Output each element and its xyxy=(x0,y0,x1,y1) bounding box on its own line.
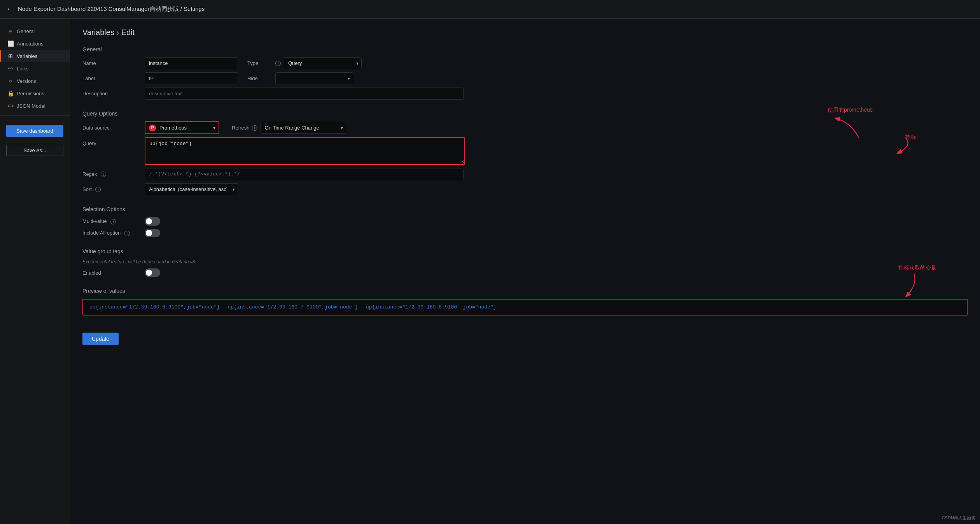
preview-title: Preview of values xyxy=(82,288,968,294)
type-select[interactable]: Query Custom Text box Constant Data sour… xyxy=(284,57,362,69)
general-section: General Name Type i Query Custom Text bo… xyxy=(82,46,968,100)
query-options-title: Query Options xyxy=(82,110,968,117)
include-all-info-icon: i xyxy=(124,231,130,236)
include-all-label: Include All option i xyxy=(82,230,145,236)
description-content xyxy=(145,88,968,100)
multi-value-content xyxy=(145,217,968,226)
prometheus-icon: P xyxy=(145,124,156,131)
multi-value-row: Multi-value i xyxy=(82,217,968,226)
sort-select[interactable]: Disabled Alphabetical (asc) Alphabetical… xyxy=(145,183,238,195)
general-section-title: General xyxy=(82,46,968,53)
sidebar-label-links: Links xyxy=(17,66,28,72)
save-dashboard-button[interactable]: Save dashboard xyxy=(6,125,63,137)
preview-item-3: up{instance="172.39.160.8:9100",job="nod… xyxy=(366,304,496,310)
type-info-icon: i xyxy=(275,61,281,66)
save-as-button[interactable]: Save As... xyxy=(6,145,63,156)
enabled-slider xyxy=(145,268,160,277)
preview-item-2: up{instance="172.39.160.7:9100",job="nod… xyxy=(228,304,358,310)
hide-select[interactable]: Label Variable xyxy=(275,72,353,84)
topbar-title: Node Exporter Dashboard 220413 ConsulMan… xyxy=(18,5,205,13)
sort-label: Sort i xyxy=(82,186,145,193)
sort-select-wrapper: Disabled Alphabetical (asc) Alphabetical… xyxy=(145,183,238,195)
label-input[interactable] xyxy=(145,72,238,84)
sidebar-item-links[interactable]: ⚯ Links xyxy=(0,62,70,75)
sidebar-label-json-model: JSON Model xyxy=(17,103,46,109)
enabled-label: Enabled xyxy=(82,270,145,276)
query-textarea[interactable]: up{job="node"} xyxy=(145,138,464,163)
sidebar-item-general[interactable]: ≡ General xyxy=(0,25,70,37)
enabled-row: Enabled xyxy=(82,268,968,277)
multi-value-label: Multi-value i xyxy=(82,218,145,224)
type-select-wrapper: Query Custom Text box Constant Data sour… xyxy=(284,57,362,69)
sidebar-label-permissions: Permissions xyxy=(17,91,44,96)
preview-section: Preview of values up{instance="172.39.16… xyxy=(82,288,968,315)
permissions-icon: 🔒 xyxy=(7,90,14,96)
label-content: Hide Label Variable xyxy=(145,72,968,84)
datasource-label: Data source xyxy=(82,125,145,131)
name-input[interactable] xyxy=(145,57,238,69)
sidebar-divider xyxy=(0,115,70,116)
preview-box: up{instance="172.39.160.6:9100",job="nod… xyxy=(82,299,968,315)
experimental-text: Experimental feature, will be deprecated… xyxy=(82,259,968,265)
versions-icon: ○ xyxy=(7,78,14,84)
hide-label: Hide xyxy=(241,75,272,81)
label-hide-row: Label Hide Label Variable xyxy=(82,72,968,84)
regex-label: Regex i xyxy=(82,171,145,177)
preview-item-1: up{instance="172.39.160.6:9100",job="nod… xyxy=(89,304,220,310)
query-row: Query up{job="node"} xyxy=(82,137,968,165)
sidebar-label-annotations: Annotations xyxy=(17,41,44,47)
enabled-content xyxy=(145,268,968,277)
refresh-select-wrapper: Never On Dashboard Load On Time Range Ch… xyxy=(261,122,346,134)
label-label: Label xyxy=(82,75,145,81)
selection-options-title: Selection Options xyxy=(82,206,968,212)
multi-value-slider xyxy=(145,217,160,226)
multi-value-info-icon: i xyxy=(110,219,116,224)
sort-info-icon: i xyxy=(95,187,101,192)
sidebar-label-variables: Variables xyxy=(17,53,37,59)
annotations-icon: ⬜ xyxy=(7,40,14,47)
name-type-row: Name Type i Query Custom Text box Consta… xyxy=(82,57,968,69)
datasource-refresh-row: Data source P Prometheus ▾ xyxy=(82,121,968,134)
watermark: CSDN@人生如初 xyxy=(942,515,975,521)
sort-row: Sort i Disabled Alphabetical (asc) Alpha… xyxy=(82,183,968,195)
include-all-toggle[interactable] xyxy=(145,229,160,237)
regex-content xyxy=(145,168,968,180)
enabled-toggle[interactable] xyxy=(145,268,160,277)
links-icon: ⚯ xyxy=(7,65,14,72)
refresh-label: Refresh i xyxy=(232,125,257,131)
regex-row: Regex i xyxy=(82,168,968,180)
datasource-select-wrapper: P Prometheus ▾ xyxy=(145,121,219,134)
datasource-select[interactable]: Prometheus xyxy=(156,122,219,133)
main-content: Variables › Edit General Name Type i Que… xyxy=(70,19,980,524)
sidebar-item-annotations[interactable]: ⬜ Annotations xyxy=(0,37,70,50)
refresh-info-icon: i xyxy=(252,125,257,131)
sidebar-item-permissions[interactable]: 🔒 Permissions xyxy=(0,87,70,100)
refresh-section: Refresh i Never On Dashboard Load On Tim… xyxy=(232,122,346,134)
topbar: ← Node Exporter Dashboard 220413 ConsulM… xyxy=(0,0,980,19)
description-row: Description xyxy=(82,88,968,100)
query-label: Query xyxy=(82,137,145,146)
value-group-tags-section: Value group tags Experimental feature, w… xyxy=(82,248,968,277)
variables-icon: ⊞ xyxy=(7,53,14,59)
datasource-content: P Prometheus ▾ Refresh i xyxy=(145,121,968,134)
sort-content: Disabled Alphabetical (asc) Alphabetical… xyxy=(145,183,968,195)
sidebar-item-variables[interactable]: ⊞ Variables xyxy=(0,50,70,62)
description-input[interactable] xyxy=(145,88,464,100)
multi-value-toggle[interactable] xyxy=(145,217,160,226)
type-label: Type xyxy=(241,60,272,66)
update-button[interactable]: Update xyxy=(82,333,119,345)
back-button[interactable]: ← xyxy=(6,5,13,13)
page-title: Variables › Edit xyxy=(82,28,968,37)
value-group-tags-title: Value group tags xyxy=(82,248,968,254)
selection-options-section: Selection Options Multi-value i Include xyxy=(82,206,968,237)
hide-select-wrapper: Label Variable xyxy=(275,72,353,84)
sidebar-item-versions[interactable]: ○ Versions xyxy=(0,75,70,87)
query-options-section: Query Options Data source P Prometheus ▾ xyxy=(82,110,968,195)
sidebar-item-json-model[interactable]: <> JSON Model xyxy=(0,100,70,112)
query-textarea-wrapper: up{job="node"} xyxy=(145,137,465,165)
regex-input[interactable] xyxy=(145,168,464,180)
refresh-select[interactable]: Never On Dashboard Load On Time Range Ch… xyxy=(261,122,346,134)
name-content: Type i Query Custom Text box Constant Da… xyxy=(145,57,968,69)
regex-info-icon: i xyxy=(101,172,106,177)
include-all-slider xyxy=(145,229,160,237)
